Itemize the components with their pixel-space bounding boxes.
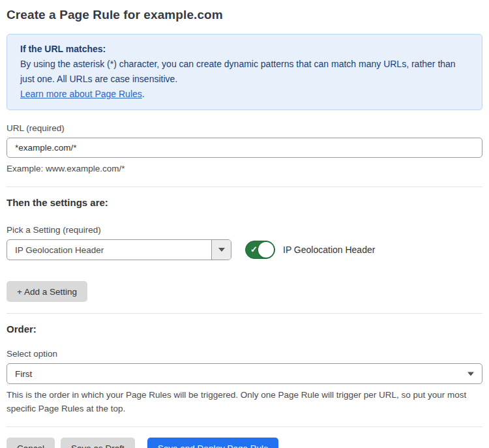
setting-dropdown[interactable]: IP Geolocation Header bbox=[7, 239, 231, 260]
toggle-label: IP Geolocation Header bbox=[283, 245, 375, 255]
divider bbox=[7, 426, 482, 427]
page-title: Create a Page Rule for example.com bbox=[7, 8, 482, 22]
create-page-rule-form: Create a Page Rule for example.com If th… bbox=[0, 0, 489, 448]
url-match-info-box: If the URL matches: By using the asteris… bbox=[7, 34, 482, 110]
setting-dropdown-arrow-button[interactable] bbox=[211, 240, 231, 260]
url-field-helper: Example: www.example.com/* bbox=[7, 162, 482, 175]
learn-more-link[interactable]: Learn more about Page Rules bbox=[20, 89, 142, 99]
pick-setting-label: Pick a Setting (required) bbox=[7, 225, 482, 235]
divider bbox=[7, 313, 482, 314]
info-box-heading: If the URL matches: bbox=[20, 42, 469, 57]
link-suffix: . bbox=[142, 89, 145, 99]
order-helper-text: This is the order in which your Page Rul… bbox=[7, 388, 482, 415]
save-and-deploy-button[interactable]: Save and Deploy Page Rule bbox=[147, 438, 279, 448]
order-select-value: First bbox=[15, 369, 32, 379]
toggle-knob bbox=[258, 242, 274, 258]
cancel-button[interactable]: Cancel bbox=[7, 438, 55, 448]
setting-dropdown-value: IP Geolocation Header bbox=[7, 240, 211, 260]
url-input[interactable] bbox=[7, 138, 482, 158]
url-field-label: URL (required) bbox=[7, 123, 482, 133]
check-icon: ✓ bbox=[250, 245, 258, 254]
select-option-label: Select option bbox=[7, 349, 482, 359]
info-box-link-line: Learn more about Page Rules. bbox=[20, 87, 469, 102]
save-as-draft-button[interactable]: Save as Draft bbox=[61, 438, 135, 448]
ip-geolocation-toggle[interactable]: ✓ bbox=[245, 241, 275, 259]
chevron-down-icon bbox=[218, 248, 225, 252]
setting-row: IP Geolocation Header ✓ IP Geolocation H… bbox=[7, 239, 482, 260]
chevron-down-icon bbox=[467, 372, 474, 376]
form-actions: Cancel Save as Draft Save and Deploy Pag… bbox=[7, 438, 482, 448]
add-setting-button[interactable]: + Add a Setting bbox=[7, 281, 87, 302]
order-select[interactable]: First bbox=[7, 363, 482, 384]
toggle-wrap: ✓ IP Geolocation Header bbox=[245, 241, 375, 259]
divider bbox=[7, 187, 482, 187]
settings-section-heading: Then the settings are: bbox=[7, 197, 482, 208]
info-box-body: By using the asterisk (*) character, you… bbox=[20, 57, 469, 87]
order-section-heading: Order: bbox=[7, 323, 482, 335]
